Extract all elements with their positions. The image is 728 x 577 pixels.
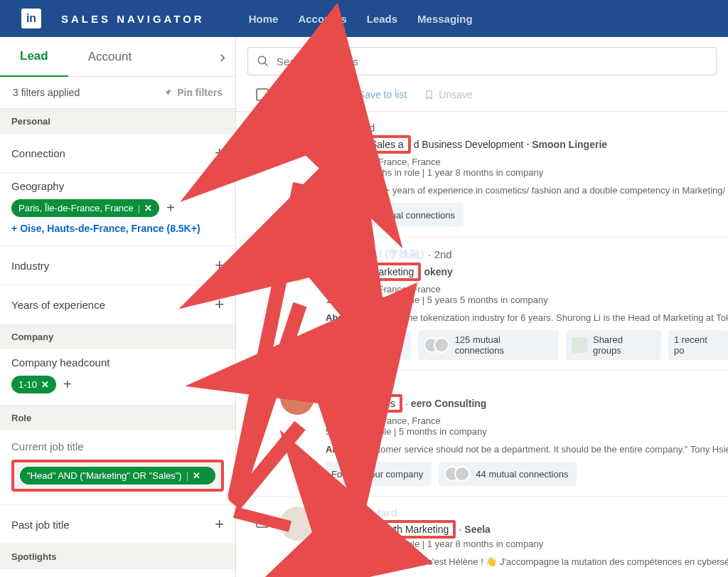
filter-connection[interactable]: Connection + [0,134,235,173]
result-checkbox[interactable] [256,256,269,269]
job-title-rest: · [405,398,408,409]
lead-location: Paris, Île-de-France, France [326,415,728,426]
search-input[interactable] [277,55,707,68]
insight-chip[interactable]: ◆Recently hired [326,330,411,360]
filter-connection-label: Connection [11,147,65,159]
avatar[interactable] [280,507,314,541]
insight-chip[interactable]: Follows your company [326,462,432,486]
filter-years-experience[interactable]: Years of experience + [0,285,235,324]
lead-name[interactable]: Shurong Li (李姝融) [326,248,424,261]
avatar[interactable] [280,122,314,156]
save-to-list-button[interactable]: Save to list [343,89,407,100]
filter-industry[interactable]: Industry + [0,246,235,285]
lead-name[interactable]: REZ [326,122,347,134]
section-personal: Personal [0,109,235,134]
nav-leads[interactable]: Leads [367,13,397,25]
search-icon [257,55,269,68]
result-checkbox[interactable] [256,515,269,528]
result-checkbox[interactable] [256,389,269,402]
lead-name[interactable]: Hélène Batard [326,507,397,519]
connection-degree: · 2nd [351,122,375,134]
chevron-right-icon[interactable]: › [220,47,225,67]
lead-tenure: 5 months in role | 5 months in company [326,426,728,437]
avatar[interactable] [280,248,314,282]
svg-rect-6 [345,97,346,97]
avatar-icon [434,337,449,353]
filters-applied-row: 3 filters applied Pin filters [0,77,235,109]
top-nav: in SALES NAVIGATOR Home Accounts Leads M… [0,0,728,37]
plus-icon: + [11,223,17,234]
nav-home[interactable]: Home [249,13,279,25]
lead-about: About:Enchantée, moi, c'est Hélène ! 👋 J… [326,556,728,567]
svg-rect-3 [347,92,353,92]
job-title-rest: · [459,524,461,535]
plus-icon[interactable]: + [215,144,224,162]
sidebar-tabs: Lead Account › [0,37,235,77]
lead-location: Paris, Île-de-France, France [326,284,728,295]
filter-current-title-label: Current job title [11,440,224,452]
insight-chip[interactable]: 44 mutual connections [439,462,577,486]
avatar[interactable] [280,381,314,415]
avatar-icon [454,466,470,482]
add-geography-icon[interactable]: + [166,200,175,216]
chip-label: 125 mutual connections [455,334,551,356]
filter-industry-label: Industry [11,260,49,272]
lead-name[interactable]: Cécile Olea [326,381,383,393]
company-name[interactable]: eero Consulting [411,398,487,409]
lead-about: About:With 8+ years of experience in cos… [326,185,728,196]
result-checkbox[interactable] [256,130,269,143]
geography-suggestion[interactable]: + Oise, Hauts-de-France, France (8.5K+) [11,223,224,234]
filters-sidebar: Lead Account › 3 filters applied Pin fil… [0,37,236,577]
section-role: Role [0,406,235,430]
insight-chip[interactable]: 77 mutual connections [326,203,464,227]
pin-filters-button[interactable]: Pin filters [163,87,223,98]
company-name[interactable]: Seela [464,524,491,535]
select-all-label[interactable]: Select all [286,89,326,100]
unsave-label: Unsave [439,89,472,100]
chip-label: 77 mutual connections [363,210,455,221]
plus-icon[interactable]: + [215,515,224,534]
plus-icon[interactable]: + [215,295,224,314]
filter-geography-label: Geography [11,180,224,192]
suggestion-label: Oise, Hauts-de-France, France [20,223,164,234]
annotation-red-box: Head of Sales [326,394,402,413]
select-all-checkbox[interactable] [256,88,269,101]
insight-chip[interactable]: 1 recent po [668,330,728,360]
current-title-pill[interactable]: "Head" AND ("Marketing" OR "Sales") |✕ [20,467,215,485]
nav-accounts[interactable]: Accounts [298,13,346,25]
chip-label: 44 mutual connections [476,469,568,480]
nav-messaging[interactable]: Messaging [417,13,473,25]
remove-pill-icon[interactable]: ✕ [41,379,49,390]
plus-icon[interactable]: + [215,256,224,275]
lead-about: About:"Customer service should not be a … [326,444,728,455]
remove-pill-icon[interactable]: ✕ [144,203,152,213]
chip-label: 1 recent po [674,334,719,356]
tab-account[interactable]: Account [68,37,151,77]
headcount-pill[interactable]: 1-10 ✕ [11,376,56,393]
tab-lead[interactable]: Lead [0,37,68,77]
remove-pill-icon[interactable]: ✕ [193,470,200,481]
unsave-button[interactable]: Unsave [424,89,472,100]
save-to-list-label: Save to list [358,89,407,100]
filter-geography: Geography Paris, Île-de-France, France |… [0,173,235,246]
insight-chip[interactable]: Shared groups [566,330,661,360]
geography-pill-paris[interactable]: Paris, Île-de-France, France |✕ [11,199,159,217]
svg-rect-4 [345,94,346,95]
group-logo-icon [572,337,587,353]
pin-filters-label: Pin filters [177,87,223,98]
add-headcount-icon[interactable]: + [63,376,72,393]
insight-chip[interactable]: 125 mutual connections [418,330,560,360]
filter-headcount-label: Company headcount [11,356,224,369]
company-name[interactable]: · Smoon Lingerie [527,139,608,150]
results-toolbar: Select all Save to list Unsave [236,75,728,112]
job-title: Head of Sales [333,398,395,409]
lead-tenure: 1 year 8 months in role | 5 years 5 mont… [326,295,728,305]
lead-tenure: 1 year 8 months in role | 1 year 8 month… [326,167,728,178]
suggestion-count: (8.5K+) [166,223,200,234]
filter-past-title[interactable]: Past job title + [0,505,235,544]
search-box[interactable] [247,47,717,75]
chip-label: Recently hired [344,334,402,356]
results-panel: Select all Save to list Unsave REZ · 2nd… [236,37,728,577]
company-name[interactable]: okeny [424,266,452,277]
pill-label: 1-10 [18,379,37,390]
